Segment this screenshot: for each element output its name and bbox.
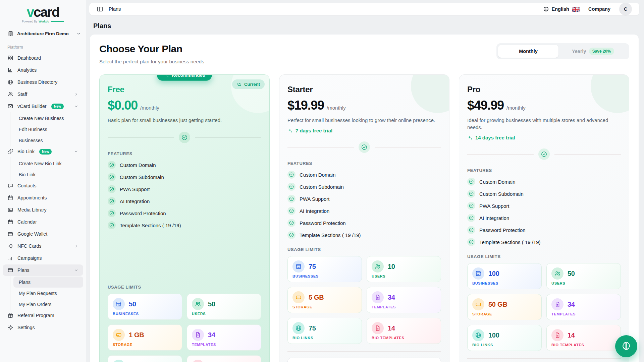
limit-value: 1 GB	[129, 331, 144, 339]
feature-label: Password Protection	[479, 227, 526, 233]
sidebar-subitem-my-plan-requests[interactable]: My Plan Requests	[3, 288, 83, 299]
feature-label: Custom Domain	[479, 179, 516, 185]
feature-item: AI Integration	[467, 214, 621, 222]
limit-label: USERS	[372, 274, 436, 278]
uk-flag-icon	[572, 7, 580, 12]
wallet-icon	[7, 231, 13, 237]
feature-label: AI Integration	[120, 198, 150, 204]
limit-label: TEMPLATES	[551, 312, 616, 316]
usage-limits-label: USAGE LIMITS	[287, 247, 441, 252]
check-circle-icon	[467, 238, 475, 246]
ai-assistant-button[interactable]	[615, 335, 637, 357]
powered-by: Powered By Workdo	[14, 20, 71, 23]
sidebar-item-referral-program[interactable]: Referral Program	[3, 310, 83, 321]
sidebar-subitem-create-new-bio-link[interactable]: Create New Bio Link	[3, 158, 83, 169]
sidebar-item-nfc-cards[interactable]: NFC Cards	[3, 240, 83, 252]
nfc-icon	[7, 243, 13, 249]
sidebar-subitem-label: My Plan Requests	[19, 291, 57, 296]
check-circle-icon	[467, 202, 475, 210]
limit-value: 5 GB	[309, 294, 324, 301]
topbar: Plans English Company	[89, 3, 639, 15]
main-area: Plans English Company	[86, 0, 644, 362]
monthly-toggle-button[interactable]: Monthly	[498, 45, 558, 58]
sidebar-item-campaigns[interactable]: Campaigns	[3, 252, 83, 264]
sidebar-item-media-library[interactable]: Media Library	[3, 204, 83, 216]
sidebar-item-bio-link[interactable]: Bio LinkNew	[3, 146, 83, 157]
sidebar-item-plans[interactable]: Plans	[3, 264, 83, 276]
feature-label: AI Integration	[479, 215, 509, 221]
sidebar-subitem-create-new-business[interactable]: Create New Business	[3, 113, 83, 124]
sidebar-subitem-label: Create New Business	[19, 116, 64, 121]
start-trial-button[interactable]: Start 7 Day Trial	[287, 358, 441, 362]
sidebar-subitem-businesses[interactable]: Businesses	[3, 135, 83, 146]
check-circle-icon	[287, 207, 296, 215]
feature-item: AI Integration	[108, 197, 261, 205]
feature-label: Template Sections ( 19 /19)	[300, 232, 361, 238]
chat-icon	[7, 183, 13, 189]
price-value: $19.99	[287, 98, 324, 113]
sidebar-item-staff[interactable]: Staff	[3, 88, 83, 100]
plan-price: $19.99/monthly	[287, 98, 441, 113]
sidebar-item-contacts[interactable]: Contacts	[3, 180, 83, 191]
sidebar-item-business-directory[interactable]: Business Directory	[3, 76, 83, 88]
limit-label: STORAGE	[113, 343, 177, 347]
limit-tile-storage: 5 GBSTORAGE	[287, 287, 362, 313]
sidebar-item-calendar[interactable]: Calendar	[3, 216, 83, 228]
limit-value: 50	[129, 300, 136, 308]
limit-label: USERS	[192, 312, 256, 316]
app: vcard Powered By Workdo Architecture Fir…	[0, 0, 644, 362]
sidebar-item-label: Media Library	[17, 207, 47, 213]
company-menu[interactable]: Company	[588, 6, 610, 12]
sidebar-subitem-bio-link[interactable]: Bio Link	[3, 169, 83, 180]
yearly-toggle-button[interactable]: Yearly Save 20%	[558, 48, 628, 55]
check-circle-icon	[287, 219, 296, 227]
sidebar-nav: DashboardAnalyticsBusiness DirectoryStaf…	[0, 52, 86, 338]
sidebar-subitem-label: Plans	[19, 280, 31, 285]
limit-label: STORAGE	[472, 312, 537, 316]
file-icon	[192, 329, 204, 341]
sidebar-toggle-icon[interactable]	[97, 6, 103, 12]
language-selector[interactable]: English	[543, 6, 580, 12]
free-trial-note: 14 days free trial	[467, 135, 621, 140]
feature-item: Custom Domain	[108, 161, 261, 169]
sidebar-item-appointments[interactable]: Appointments	[3, 192, 83, 203]
limit-value: 50	[208, 300, 215, 308]
save-badge: Save 20%	[589, 48, 614, 55]
file-icon	[551, 329, 564, 341]
limit-tile-businesses: 50BUSINESSES	[108, 294, 182, 320]
plan-name: Starter	[287, 85, 441, 94]
limit-label: BIO TEMPLATES	[551, 343, 616, 347]
feature-item: Custom Domain	[467, 178, 621, 186]
limit-tile-bio-links: 50BIO LINKS	[108, 355, 182, 362]
price-period: /monthly	[140, 105, 159, 111]
usage-limits-grid: 50BUSINESSES50USERS1 GBSTORAGE34TEMPLATE…	[108, 294, 261, 362]
cta-section: Start 7 Day Trial	[287, 351, 441, 362]
limit-value: 75	[309, 324, 316, 332]
usage-limits-label: USAGE LIMITS	[108, 277, 261, 290]
sidebar-subitem-plans[interactable]: Plans	[13, 277, 83, 288]
limit-tile-users: 50USERS	[187, 294, 261, 320]
sidebar-item-analytics[interactable]: Analytics	[3, 64, 83, 76]
limit-value: 75	[309, 263, 316, 270]
limit-value: 14	[388, 324, 395, 332]
recommended-badge: Recommended	[157, 74, 212, 81]
avatar[interactable]: C	[619, 3, 632, 15]
image-icon	[7, 207, 13, 213]
sidebar-item-dashboard[interactable]: Dashboard	[3, 52, 83, 64]
sidebar-item-google-wallet[interactable]: Google Wallet	[3, 228, 83, 240]
sidebar-item-settings[interactable]: Settings	[3, 322, 83, 333]
workspace-selector[interactable]: Architecture Firm Demo	[7, 31, 81, 37]
limit-tile-users: 50USERS	[546, 263, 621, 289]
chevron-down-icon	[74, 268, 78, 273]
feature-item: Password Protection	[108, 209, 261, 217]
limit-value: 14	[568, 331, 575, 339]
sidebar-subitem-edit-business[interactable]: Edit Business	[3, 124, 83, 135]
sidebar-item-vcard-builder[interactable]: vCard BuilderNew	[3, 101, 83, 112]
limit-tile-storage: 50 GBSTORAGE	[467, 294, 542, 320]
plan-card-free: RecommendedCurrentFree$0.00/monthlyBasic…	[99, 74, 270, 362]
crown-icon	[237, 82, 242, 87]
globe-icon	[7, 79, 13, 85]
store-icon	[472, 267, 484, 280]
price-value: $0.00	[108, 98, 138, 113]
sidebar-subitem-my-plan-orders[interactable]: My Plan Orders	[3, 299, 83, 310]
